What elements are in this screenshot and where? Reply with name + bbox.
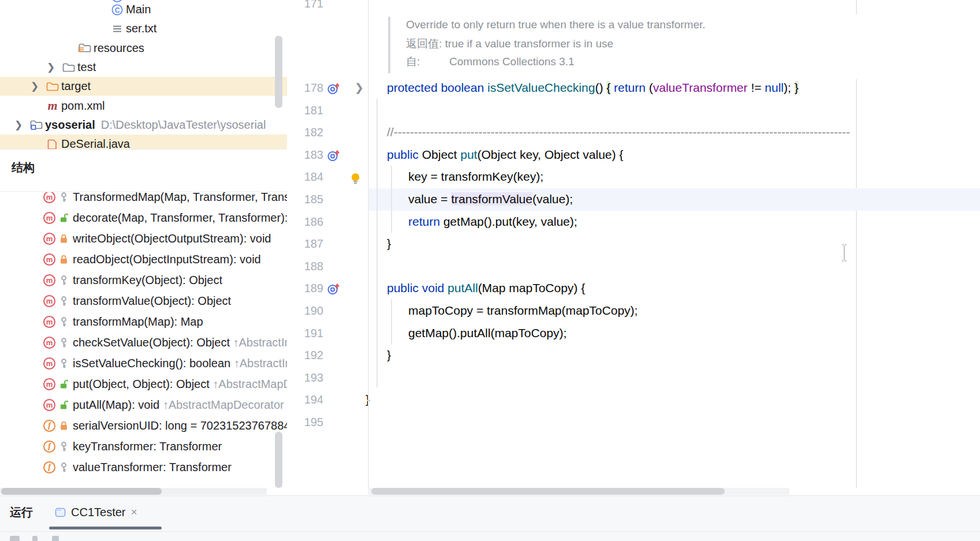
structure-item-valuetransformer[interactable]: fvalueTransformer: Transformer [0,457,287,477]
project-folder-icon [29,118,43,132]
line-number[interactable]: 182 [287,121,323,144]
token-cmt: //--------------------------------------… [387,121,850,144]
intention-lightbulb-icon[interactable] [350,171,361,183]
structure-item-transformedmap[interactable]: mTransformedMap(Map, Transformer, Transf… [0,192,287,207]
package-visibility-icon [59,275,68,285]
structure-item-checksetvalue[interactable]: mcheckSetValue(Object): Object ↑Abstract… [0,332,287,353]
line-number[interactable]: 186 [287,211,323,233]
overrides-method-icon[interactable] [327,282,340,294]
method-icon: m [43,357,55,370]
line-number[interactable]: 171 [287,0,323,15]
line-number[interactable]: 184 [287,166,323,188]
code-line-184[interactable]: 184key = transformKey(key); [287,166,980,188]
tree-item-ysoserial[interactable]: ❯ysoserialD:\Desktop\JavaTester\ysoseria… [0,115,287,135]
fold-chevron-icon[interactable]: ❯ [355,77,364,99]
line-number[interactable]: 194 [287,389,323,411]
code-editor[interactable]: 171 Override to only return true when th… [287,0,980,488]
public-unlocked-icon [59,400,68,410]
line-number[interactable]: 181 [287,99,323,122]
tree-item-main[interactable]: CMain [0,0,287,19]
tree-item-target[interactable]: ❯target [0,77,287,96]
chevron-right-icon[interactable]: ❯ [46,61,55,73]
structure-item-transformmap[interactable]: mtransformMap(Map): Map [0,311,287,332]
code-line-181[interactable]: 181 [287,99,980,122]
code-line-185[interactable]: 185value = transformValue(value); [287,188,980,211]
method-icon: m [43,274,55,286]
structure-item-keytransformer[interactable]: fkeyTransformer: Transformer [0,436,287,457]
chevron-right-icon[interactable]: ❯ [30,80,39,92]
toolbar-icon[interactable] [52,536,59,541]
line-number[interactable]: 193 [287,367,323,389]
stop-icon[interactable] [32,536,38,541]
method-icon: m [43,192,55,203]
structure-vscrollbar[interactable] [275,432,282,488]
code-line-191[interactable]: 191getMap().putAll(mapToCopy); [287,322,980,345]
code-line-193[interactable]: 193 [287,367,980,389]
editor-hscrollbar-thumb[interactable] [371,488,725,495]
tree-item-test[interactable]: ❯test [0,58,287,77]
tree-item-resources[interactable]: resources [0,39,287,58]
code-line-189[interactable]: 189public void putAll(Map mapToCopy) { [287,277,980,300]
structure-item-label: keyTransformer: Transformer [73,440,222,453]
code-line-182[interactable]: 182//-----------------------------------… [287,121,980,144]
token-kw: void [422,281,445,294]
javadoc-since-value: Commons Collections 3.1 [449,55,574,68]
tree-item-label: test [77,61,96,74]
code-line-178[interactable]: 178❯protected boolean isSetValueChecking… [287,77,980,99]
structure-item-transformvalue[interactable]: mtransformValue(Object): Object [0,290,287,311]
structure-item-readobject[interactable]: mreadObject(ObjectInputStream): void [0,249,287,270]
structure-item-label: put(Object, Object): Object ↑AbstractMap… [73,378,287,391]
line-number[interactable]: 195 [287,411,323,434]
tree-item-pom-xml[interactable]: mpom.xml [0,96,287,115]
line-number[interactable]: 185 [287,188,323,211]
structure-item-serialversionuid[interactable]: fserialVersionUID: long = 70231523767884… [0,415,287,436]
token-txt: ( [646,81,653,94]
code-line-186[interactable]: 186return getMap().put(key, value); [287,211,980,233]
line-number[interactable]: 178 [287,77,323,99]
structure-item-put[interactable]: mput(Object, Object): Object ↑AbstractMa… [0,374,287,394]
overrides-method-icon[interactable] [327,148,340,161]
code-line-187[interactable]: 187} [287,233,980,255]
tree-item-deserial-java[interactable]: DeSerial.java [0,135,287,149]
structure-item-writeobject[interactable]: mwriteObject(ObjectOutputStream): void [0,228,287,249]
structure-item-decorate[interactable]: mdecorate(Map, Transformer, Transformer)… [0,207,287,228]
code-line-183[interactable]: 183public Object put(Object key, Object … [287,144,980,166]
code-line-190[interactable]: 190mapToCopy = transformMap(mapToCopy); [287,300,980,322]
structure-item-label: transformValue(Object): Object [73,294,231,308]
project-tree-panel: CMainser.txtresources❯test❯targetmpom.xm… [0,0,287,149]
inherited-from-label: ↑AbstractInputCheckedMapDecorator [233,336,287,349]
project-tree-vscrollbar[interactable] [275,36,282,108]
structure-item-putall[interactable]: mputAll(Map): void ↑AbstractMapDecorator [0,394,287,415]
line-number[interactable]: 183 [287,144,323,166]
code-line-192[interactable]: 192} [287,344,980,367]
line-number[interactable]: 189 [287,277,323,300]
token-txt: ); [784,81,795,94]
close-icon[interactable]: × [131,506,137,518]
chevron-right-icon[interactable]: ❯ [14,119,23,131]
run-tab-cc1tester[interactable]: CC1Tester × [55,501,137,524]
class-icon: C [110,3,124,17]
rerun-icon[interactable] [10,536,20,541]
code-line-194[interactable]: 194} [287,389,980,411]
line-number[interactable]: 192 [287,344,323,367]
line-number[interactable]: 191 [287,322,323,345]
method-icon: m [43,253,55,266]
line-number[interactable]: 187 [287,233,323,255]
line-number[interactable]: 190 [287,300,323,322]
code-text: public void putAll(Map mapToCopy) { [387,277,585,300]
structure-hscrollbar-thumb[interactable] [1,488,162,495]
structure-item-transformkey[interactable]: mtransformKey(Object): Object [0,270,287,290]
code-line-195[interactable]: 195 [287,411,980,434]
overrides-method-icon[interactable] [327,81,340,94]
text-file-icon [110,22,124,36]
code-text: mapToCopy = transformMap(mapToCopy); [408,300,638,322]
line-number[interactable]: 188 [287,255,323,278]
structure-item-issetvaluechecking[interactable]: misSetValueChecking(): boolean ↑Abstract… [0,353,287,374]
mouse-ibeam-cursor [840,244,849,262]
structure-item-label: transformMap(Map): Map [73,315,203,329]
tree-item-ser-txt[interactable]: ser.txt [0,19,287,38]
code-line-188[interactable]: 188 [287,255,980,278]
token-decl: putAll [448,281,478,294]
token-txt: Object [419,148,460,161]
method-icon: m [43,337,55,349]
